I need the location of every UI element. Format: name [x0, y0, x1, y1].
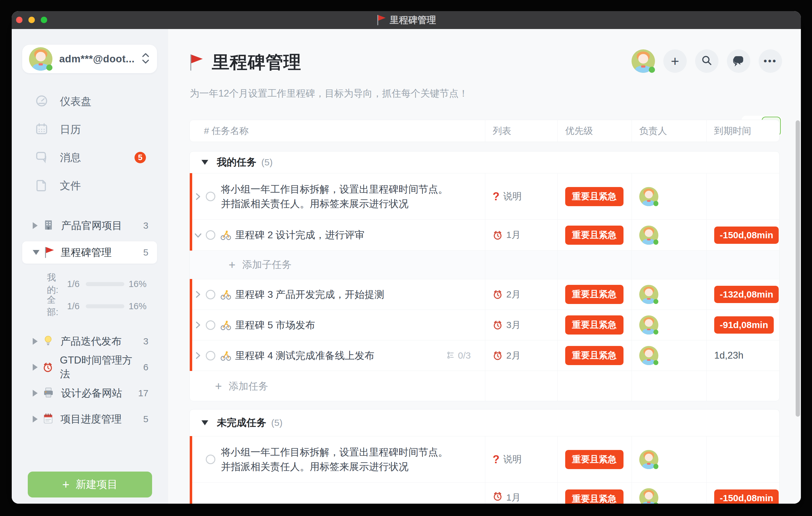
search-icon: [701, 55, 713, 67]
assignee-avatar[interactable]: [639, 226, 658, 245]
group-header[interactable]: 未完成任务 (5): [190, 409, 779, 436]
task-title[interactable]: 里程碑 5 市场发布: [235, 318, 315, 333]
building-icon: [42, 219, 54, 232]
table-row[interactable]: 将小组一年工作目标拆解，设置出里程碑时间节点。并指派相关责任人。用标签来展示进行…: [190, 436, 779, 482]
triangle-down-icon[interactable]: [33, 250, 39, 255]
cyclist-icon: [220, 289, 231, 300]
calendar-icon: [34, 122, 49, 137]
progress-bar: [86, 304, 124, 308]
current-user-avatar[interactable]: [632, 49, 655, 73]
table-row[interactable]: 里程碑 2 设计完成，进行评审 1月 重要且紧急 -150d,08min: [190, 482, 779, 504]
triangle-right-icon[interactable]: [33, 416, 38, 423]
assignee-avatar[interactable]: [639, 187, 658, 206]
task-title[interactable]: 里程碑 2 设计完成，进行评审: [235, 228, 365, 242]
priority-badge: 重要且紧急: [565, 226, 624, 245]
assignee-avatar[interactable]: [639, 315, 658, 335]
printer-icon: [42, 387, 54, 399]
column-task-name[interactable]: # 任务名称: [190, 120, 485, 142]
chat-button[interactable]: [727, 49, 750, 73]
alarm-icon: [493, 351, 502, 361]
task-status-circle[interactable]: [206, 455, 215, 464]
priority-badge: 重要且紧急: [565, 489, 624, 504]
due-text: 1d,23h: [714, 350, 744, 361]
task-status-circle[interactable]: [206, 320, 215, 330]
due-badge: -132d,08min: [714, 286, 779, 303]
chat-icon: [732, 54, 745, 68]
task-title[interactable]: 将小组一年工作目标拆解，设置出里程碑时间节点。并指派相关责任人。用标签来展示进行…: [221, 182, 455, 211]
chevron-right-icon[interactable]: [194, 320, 203, 329]
search-button[interactable]: [695, 49, 719, 73]
assignee-avatar[interactable]: [639, 450, 658, 469]
sidebar-item-messages[interactable]: 消息 5: [12, 144, 168, 172]
task-status-circle[interactable]: [206, 290, 215, 299]
sidebar-project-milestone-selected[interactable]: 里程碑管理 5: [22, 241, 157, 263]
zoom-window-button[interactable]: [41, 17, 47, 23]
task-status-circle[interactable]: [206, 230, 215, 240]
priority-badge: 重要且紧急: [565, 315, 624, 335]
triangle-right-icon[interactable]: [33, 390, 38, 397]
column-due[interactable]: 到期时间: [707, 120, 779, 142]
group-header[interactable]: 我的任务 (5): [190, 151, 779, 173]
add-button[interactable]: +: [663, 49, 687, 73]
priority-badge: 重要且紧急: [565, 187, 624, 206]
plus-icon: +: [215, 380, 222, 393]
triangle-down-icon[interactable]: [201, 160, 208, 165]
progress-all: 全部: 1/6 16%: [47, 298, 147, 314]
close-window-button[interactable]: [16, 17, 23, 23]
sidebar-project-website[interactable]: 产品官网项目 3: [12, 212, 168, 238]
due-badge: -91d,08min: [714, 316, 774, 334]
subtask-tree-icon: [447, 351, 455, 360]
sidebar-item-files[interactable]: 文件: [12, 172, 168, 200]
titlebar: 里程碑管理: [12, 11, 801, 29]
sidebar-item-calendar[interactable]: 日历: [12, 115, 168, 144]
chevron-right-icon[interactable]: [194, 351, 203, 360]
table-row[interactable]: 里程碑 4 测试完成准备线上发布 0/3 2月 重要且紧急 1d,23h: [190, 340, 779, 371]
progress-mine: 我的: 1/6 16%: [47, 276, 147, 292]
triangle-right-icon[interactable]: [33, 338, 38, 345]
add-subtask-row[interactable]: +添加子任务: [190, 250, 779, 279]
table-row[interactable]: 将小组一年工作目标拆解，设置出里程碑时间节点。并指派相关责任人。用标签来展示进行…: [190, 173, 779, 220]
user-account-chip[interactable]: adm***@doot...: [22, 45, 157, 73]
table-row[interactable]: 里程碑 2 设计完成，进行评审 1月 重要且紧急 -150d,08min: [190, 220, 779, 250]
vertical-scrollbar[interactable]: [796, 120, 800, 417]
task-status-circle[interactable]: [206, 192, 215, 201]
more-button[interactable]: •••: [759, 49, 782, 73]
assignee-avatar[interactable]: [639, 346, 658, 365]
sidebar-project-gtd[interactable]: GTD时间管理方法 6: [12, 354, 168, 380]
chevron-right-icon[interactable]: [194, 290, 203, 299]
task-title[interactable]: 里程碑 3 产品开发完成，开始提测: [235, 287, 384, 302]
sidebar-project-progress[interactable]: 项目进度管理 5: [12, 406, 168, 432]
sidebar-project-iteration[interactable]: 产品迭代发布 3: [12, 328, 168, 354]
sidebar-item-dashboard[interactable]: 仪表盘: [12, 87, 168, 115]
new-project-button[interactable]: + 新建项目: [28, 471, 152, 497]
triangle-down-icon[interactable]: [201, 420, 208, 425]
online-status-dot: [46, 64, 53, 71]
column-list[interactable]: 列表: [485, 120, 558, 142]
table-row[interactable]: 里程碑 5 市场发布 3月 重要且紧急 -91d,08min: [190, 310, 779, 340]
chevron-right-icon[interactable]: [194, 192, 203, 201]
sidebar: adm***@doot... 仪表盘 日历 消息 5: [12, 29, 168, 504]
task-status-circle[interactable]: [206, 351, 215, 361]
triangle-right-icon[interactable]: [33, 364, 38, 371]
question-icon: ?: [493, 453, 499, 466]
cyclist-icon: [220, 320, 231, 330]
red-flag-icon: [45, 247, 54, 258]
minimize-window-button[interactable]: [28, 17, 35, 23]
triangle-right-icon[interactable]: [33, 222, 38, 229]
column-priority[interactable]: 优先级: [558, 120, 632, 142]
column-assignee[interactable]: 负责人: [632, 120, 707, 142]
task-title[interactable]: 将小组一年工作目标拆解，设置出里程碑时间节点。并指派相关责任人。用标签来展示进行…: [221, 445, 455, 474]
dashboard-icon: [34, 94, 49, 109]
alarm-icon: [493, 230, 502, 240]
assignee-avatar[interactable]: [639, 488, 658, 504]
window-title: 里程碑管理: [377, 14, 436, 27]
chevron-down-icon[interactable]: [194, 231, 203, 239]
add-task-row[interactable]: +添加任务: [190, 371, 779, 401]
assignee-avatar[interactable]: [639, 285, 658, 304]
sidebar-project-design-sites[interactable]: 设计必备网站 17: [12, 380, 168, 406]
alarm-icon: [493, 289, 502, 299]
progress-bar: [86, 282, 124, 286]
alarm-icon: [493, 320, 502, 330]
task-title[interactable]: 里程碑 4 测试完成准备线上发布: [235, 348, 375, 363]
table-row[interactable]: 里程碑 3 产品开发完成，开始提测 2月 重要且紧急 -132d,08min: [190, 279, 779, 310]
